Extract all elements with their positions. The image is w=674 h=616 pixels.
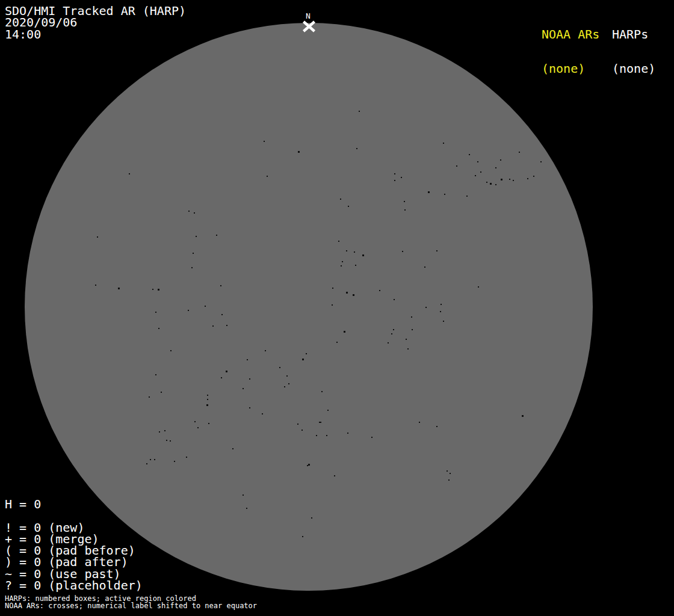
- sunspot-speckle: [302, 359, 304, 360]
- sunspot-speckle: [391, 333, 392, 334]
- sunspot-speckle: [311, 517, 312, 519]
- sunspot-speckle: [501, 179, 502, 180]
- sunspot-speckle: [284, 386, 285, 387]
- sunspot-speckle: [443, 321, 444, 322]
- sunspot-speckle: [188, 211, 190, 212]
- sunspot-speckle: [522, 415, 524, 417]
- sunspot-speckle: [321, 391, 323, 392]
- sunspot-speckle: [353, 294, 354, 296]
- sunspot-speckle: [348, 206, 349, 207]
- sunspot-speckle: [394, 180, 395, 181]
- sunspot-speckle: [286, 375, 288, 377]
- sunspot-speckle: [490, 183, 492, 185]
- sunspot-speckle: [346, 250, 347, 251]
- sunspot-speckle: [302, 536, 303, 537]
- sunspot-speckle: [394, 299, 395, 300]
- sunspot-speckle: [480, 171, 481, 173]
- sunspot-speckle: [412, 329, 413, 330]
- sunspot-speckle: [486, 182, 487, 183]
- sunspot-speckle: [478, 286, 479, 288]
- sunspot-speckle: [197, 427, 199, 428]
- sunspot-speckle: [327, 410, 329, 411]
- sunspot-speckle: [477, 161, 478, 162]
- sunspot-speckle: [207, 399, 208, 400]
- sunspot-speckle: [267, 176, 268, 177]
- sunspot-speckle: [347, 433, 348, 434]
- sunspot-speckle: [194, 212, 195, 214]
- sunspot-speckle: [301, 430, 303, 431]
- sunspot-speckle: [346, 292, 348, 294]
- sunspot-speckle: [243, 388, 244, 389]
- sunspot-speckle: [379, 290, 380, 291]
- sunspot-speckle: [95, 285, 96, 286]
- sunspot-speckle: [161, 392, 162, 393]
- sunspot-speckle: [246, 508, 247, 509]
- sunspot-speckle: [466, 196, 468, 197]
- sunspot-speckle: [159, 431, 160, 433]
- sunspot-speckle: [297, 424, 298, 425]
- sunspot-speckle: [188, 310, 189, 311]
- sunspot-speckle: [243, 494, 244, 496]
- sunspot-speckle: [308, 464, 310, 466]
- sunspot-speckle: [371, 437, 373, 438]
- sunspot-speckle: [118, 288, 120, 289]
- sunspot-speckle: [334, 475, 335, 476]
- symbol-count-legend: H = 0 ! = 0 (new) + = 0 (merge) ( = 0 (p…: [5, 499, 143, 591]
- sunspot-speckle: [316, 435, 317, 436]
- sunspot-speckle: [444, 194, 445, 195]
- sunspot-speckle: [320, 422, 321, 423]
- sunspot-speckle: [393, 329, 394, 330]
- sunspot-speckle: [196, 236, 197, 237]
- sunspot-speckle: [509, 179, 510, 180]
- sunspot-speckle: [450, 473, 451, 474]
- sunspot-speckle: [170, 440, 171, 442]
- sunspot-speckle: [146, 463, 147, 464]
- noaa-ars-heading: NOAA ARs: [542, 29, 599, 40]
- north-pole-cross-icon: [302, 20, 316, 32]
- sunspot-speckle: [206, 404, 208, 406]
- harps-value: (none): [612, 63, 655, 75]
- sunspot-speckle: [307, 465, 308, 466]
- sunspot-speckle: [226, 371, 227, 372]
- sunspot-speckle: [425, 307, 427, 308]
- sunspot-speckle: [406, 339, 407, 340]
- sunspot-speckle: [226, 325, 227, 326]
- sunspot-speckle: [533, 176, 534, 177]
- sunspot-speckle: [495, 184, 496, 185]
- harps-column: HARPs (none): [612, 5, 655, 98]
- sunspot-speckle: [155, 312, 156, 313]
- sunspot-speckle: [262, 413, 263, 414]
- sunspot-speckle: [174, 461, 175, 462]
- noaa-ars-value: (none): [542, 63, 599, 75]
- sunspot-speckle: [288, 383, 289, 384]
- sunspot-speckle: [394, 173, 395, 174]
- sunspot-speckle: [344, 331, 345, 333]
- harps-heading: HARPs: [612, 29, 655, 40]
- sunspot-speckle: [456, 165, 457, 167]
- sunspot-speckle: [332, 304, 333, 306]
- sunspot-speckle: [356, 148, 357, 149]
- sunspot-speckle: [354, 251, 355, 253]
- sunspot-speckle: [207, 395, 208, 396]
- sunspot-speckle: [221, 314, 223, 315]
- sunspot-speckle: [341, 265, 342, 266]
- sunspot-speckle: [519, 152, 520, 153]
- sunspot-speckle: [359, 111, 360, 112]
- sunspot-speckle: [436, 426, 437, 427]
- sunspot-speckle: [448, 479, 450, 481]
- sunspot-speckle: [279, 367, 280, 368]
- sunspot-speckle: [220, 285, 221, 286]
- sunspot-speckle: [404, 201, 405, 202]
- sunspot-speckle: [216, 235, 217, 236]
- sunspot-speckle: [355, 265, 356, 266]
- sunspot-speckle: [298, 151, 300, 153]
- sunspot-speckle: [170, 350, 172, 351]
- sunspot-speckle: [247, 359, 248, 360]
- sunspot-speckle: [404, 209, 406, 211]
- sunspot-speckle: [411, 316, 412, 318]
- sunspot-speckle: [249, 407, 250, 408]
- sunspot-speckle: [436, 250, 437, 251]
- sunspot-speckle: [336, 342, 338, 343]
- figure-caption: HARPs: numbered boxes; active region col…: [5, 596, 257, 609]
- sunspot-speckle: [338, 241, 339, 242]
